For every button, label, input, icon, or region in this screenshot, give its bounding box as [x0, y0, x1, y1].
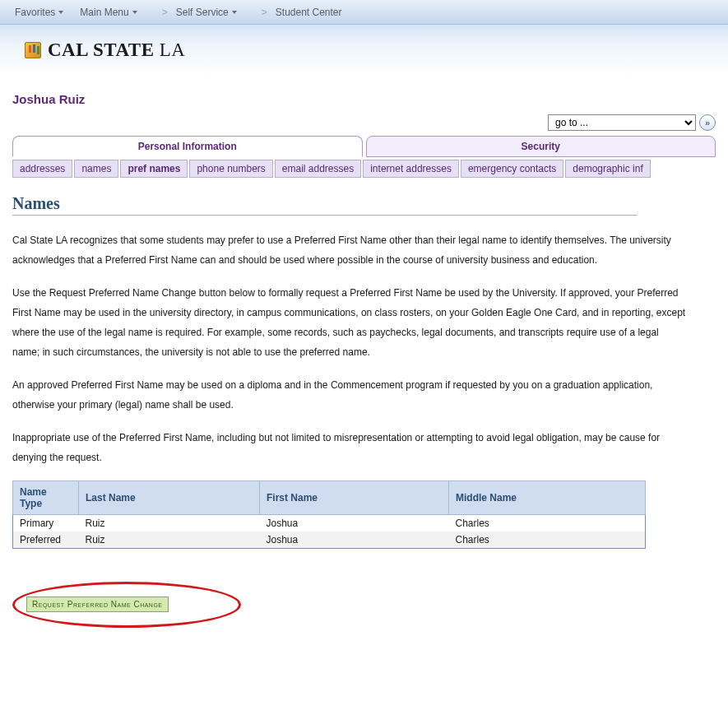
main-tabs: Personal Information Security	[12, 136, 716, 157]
subtab-label: names	[81, 163, 111, 174]
cell-last: Ruiz	[79, 532, 260, 549]
subtab-label: phone numbers	[197, 163, 265, 174]
nav-student-center[interactable]: Student Center	[276, 7, 342, 18]
subtab-demographic[interactable]: demographic inf	[565, 160, 650, 178]
action-area: Request Preferred Name Change	[12, 582, 243, 631]
body-text: Cal State LA recognizes that some studen…	[12, 230, 716, 467]
logo-text: CAL STATE LA	[48, 39, 185, 61]
goto-row: go to ... »	[12, 114, 716, 131]
cell-type: Preferred	[13, 532, 79, 549]
table-row: Primary Ruiz Joshua Charles	[13, 515, 646, 532]
subtab-label: emergency contacts	[468, 163, 556, 174]
nav-student-center-label: Student Center	[276, 7, 342, 18]
nav-favorites-label: Favorites	[15, 7, 55, 18]
logo-bold: CAL STATE	[48, 39, 155, 60]
paragraph: Cal State LA recognizes that some studen…	[12, 230, 687, 270]
subtab-internet-addresses[interactable]: internet addresses	[363, 160, 459, 178]
subtab-label: pref names	[128, 163, 180, 174]
subtab-label: internet addresses	[370, 163, 452, 174]
sub-tabs: addresses names pref names phone numbers…	[12, 160, 716, 178]
calstate-logo-icon	[25, 42, 41, 58]
col-middle-name: Middle Name	[449, 481, 646, 515]
cell-type: Primary	[13, 515, 79, 532]
paragraph: An approved Preferred First Name may be …	[12, 375, 687, 415]
chevron-down-icon	[132, 11, 137, 14]
subtab-label: addresses	[20, 163, 65, 174]
table-row: Preferred Ruiz Joshua Charles	[13, 532, 646, 549]
tab-personal-information[interactable]: Personal Information	[12, 136, 363, 157]
col-first-name: First Name	[260, 481, 449, 515]
nav-self-service[interactable]: Self Service	[176, 7, 237, 18]
names-table: Name Type Last Name First Name Middle Na…	[12, 480, 646, 549]
subtab-phone-numbers[interactable]: phone numbers	[189, 160, 272, 178]
tab-label: Personal Information	[138, 141, 237, 152]
logo-light: LA	[155, 39, 186, 60]
paragraph: Inappropriate use of the Preferred First…	[12, 428, 687, 467]
breadcrumb-sep-icon: >	[262, 7, 267, 18]
breadcrumb-nav: Favorites Main Menu > Self Service > Stu…	[0, 0, 728, 25]
content: Joshua Ruiz go to ... » Personal Informa…	[0, 76, 728, 664]
go-double-arrow-icon: »	[705, 118, 710, 128]
chevron-down-icon	[58, 11, 63, 14]
page-title: Names	[12, 194, 638, 216]
paragraph: Use the Request Preferred Name Change bu…	[12, 283, 687, 362]
subtab-label: demographic inf	[573, 163, 642, 174]
cell-first: Joshua	[260, 515, 449, 532]
breadcrumb-sep-icon: >	[162, 7, 168, 18]
col-name-type: Name Type	[13, 481, 79, 515]
subtab-names[interactable]: names	[74, 160, 118, 178]
table-header-row: Name Type Last Name First Name Middle Na…	[13, 481, 646, 515]
goto-select[interactable]: go to ...	[548, 114, 696, 131]
cell-last: Ruiz	[79, 515, 260, 532]
col-last-name: Last Name	[79, 481, 260, 515]
subtab-pref-names[interactable]: pref names	[120, 160, 188, 178]
tab-security[interactable]: Security	[366, 136, 716, 157]
subtab-email-addresses[interactable]: email addresses	[275, 160, 361, 178]
tab-label: Security	[522, 141, 560, 152]
subtab-addresses[interactable]: addresses	[12, 160, 72, 178]
nav-favorites[interactable]: Favorites	[15, 7, 63, 18]
nav-main-menu[interactable]: Main Menu	[80, 7, 137, 18]
subtab-label: email addresses	[282, 163, 354, 174]
go-button[interactable]: »	[699, 114, 716, 131]
subtab-emergency-contacts[interactable]: emergency contacts	[461, 160, 563, 178]
cell-first: Joshua	[260, 532, 449, 549]
student-name: Joshua Ruiz	[12, 92, 716, 106]
cell-middle: Charles	[449, 515, 646, 532]
header: CAL STATE LA	[0, 25, 728, 76]
chevron-down-icon	[232, 11, 237, 14]
nav-self-service-label: Self Service	[176, 7, 229, 18]
cell-middle: Charles	[449, 532, 646, 549]
nav-main-menu-label: Main Menu	[80, 7, 128, 18]
request-preferred-name-change-button[interactable]: Request Preferred Name Change	[26, 597, 169, 612]
